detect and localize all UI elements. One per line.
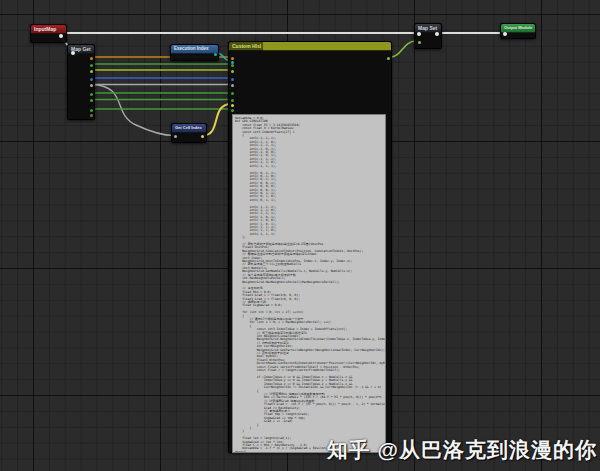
input-pin-yellowgreen[interactable] <box>231 70 234 73</box>
node-title: Get Cell Index <box>172 124 206 133</box>
node-map-set[interactable]: Map Set <box>414 23 442 49</box>
output-pin-blue[interactable] <box>90 78 93 81</box>
output-pin-gold[interactable] <box>90 57 93 60</box>
wire-lime-up[interactable] <box>390 41 416 57</box>
output-pin-yellow[interactable] <box>201 135 204 138</box>
input-pin-lime[interactable] <box>418 41 421 44</box>
output-pin-lambda[interactable] <box>387 57 390 60</box>
node-output-module[interactable]: Output Module <box>500 23 536 39</box>
input-pin-green-3[interactable] <box>231 99 234 102</box>
input-pin-green-2[interactable] <box>231 92 234 95</box>
input-pin-exec[interactable] <box>71 51 75 55</box>
input-pin-exec[interactable] <box>417 32 421 36</box>
input-pin-blue[interactable] <box>231 78 234 81</box>
zhihu-logo-text: 知乎 <box>327 438 371 461</box>
output-pin-green-4[interactable] <box>90 109 93 112</box>
wire-gray-curve[interactable] <box>92 85 174 136</box>
output-pin-exec[interactable] <box>435 32 439 36</box>
input-pin-green-1[interactable] <box>231 64 234 67</box>
node-input-map[interactable]: InputMap <box>30 24 67 43</box>
output-pin-teal[interactable] <box>214 53 217 56</box>
add-pin[interactable] <box>90 114 93 117</box>
input-pin-green-4[interactable] <box>231 109 234 112</box>
node-title: InputMap <box>31 25 66 34</box>
zhihu-watermark: 知乎 @从巴洛克到浪漫的你 <box>327 436 597 464</box>
node-execution-index[interactable]: Execution Index <box>170 44 219 61</box>
output-pin-green-1[interactable] <box>90 64 93 67</box>
node-title: Custom Hlsl <box>229 42 391 51</box>
output-pin-exec[interactable] <box>59 34 63 38</box>
output-pin-green-2[interactable] <box>90 93 93 96</box>
hlsl-code-text: OutLambda = 0.0; #if GPU_SIMULATION cons… <box>233 115 385 453</box>
hlsl-code-editor[interactable]: OutLambda = 0.0; #if GPU_SIMULATION cons… <box>232 114 386 453</box>
input-pin-exec[interactable] <box>503 32 507 36</box>
node-custom-hlsl[interactable]: Custom Hlsl OutLambda = 0.0; #if GPU_SIM… <box>228 41 392 453</box>
node-title: Execution Index <box>171 45 218 54</box>
input-pin-yellow[interactable] <box>231 104 234 107</box>
node-map-get[interactable]: Map Get <box>67 44 95 120</box>
output-pin-green-3[interactable] <box>90 99 93 102</box>
input-pin-gray[interactable] <box>174 135 177 138</box>
node-get-cell-index[interactable]: Get Cell Index <box>171 123 207 143</box>
output-pin-gray[interactable] <box>90 84 93 87</box>
input-pin-gold[interactable] <box>231 57 234 60</box>
graph-canvas[interactable]: InputMap Map Get Execution Index Custom … <box>0 0 600 471</box>
input-pin-gray[interactable] <box>231 84 234 87</box>
output-pin-yellowgreen[interactable] <box>90 70 93 73</box>
watermark-author: @从巴洛克到浪漫的你 <box>378 438 597 461</box>
